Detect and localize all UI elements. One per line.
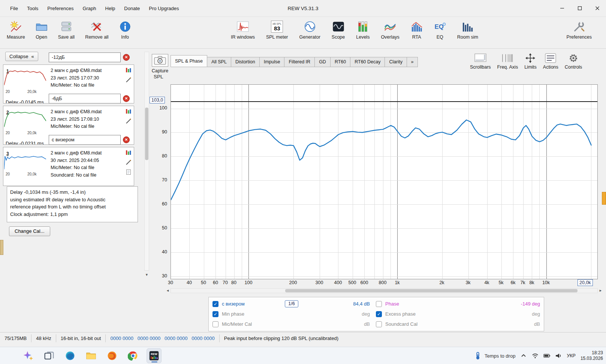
hscroll-thumb[interactable]	[285, 289, 578, 292]
tab-distortion[interactable]: Distortion	[231, 57, 260, 67]
tab-rt60-decay[interactable]: RT60 Decay	[350, 57, 385, 67]
weather-widget[interactable]: Temps to drop	[474, 352, 515, 360]
taskbar-edge-button[interactable]	[63, 348, 78, 363]
toolbar-button-ir-windows[interactable]: IR windows	[229, 20, 256, 40]
taskbar-firefox-button[interactable]	[105, 348, 120, 363]
toolbar-button-scope[interactable]: Scope	[330, 20, 346, 40]
preferences-button[interactable]: Preferences	[565, 20, 593, 40]
taskbar-chrome-button[interactable]	[126, 348, 141, 363]
legend-checkbox-soundcard-cal[interactable]	[376, 321, 382, 327]
system-tray: Temps to drop УКР 18:23 15.03.2026	[474, 347, 603, 364]
legend-value: dB	[491, 321, 540, 327]
legend-checkbox-с-визером[interactable]: ✓	[212, 301, 218, 307]
menu-donate[interactable]: Donate	[120, 3, 144, 13]
mini-levels-icon[interactable]	[126, 67, 132, 73]
svg-text:EQ: EQ	[434, 23, 443, 30]
toolbar-button-levels[interactable]: Levels	[355, 20, 371, 40]
hscroll-track[interactable]	[171, 288, 598, 293]
mini-levels-icon[interactable]	[126, 150, 132, 156]
x-tick-label: 80	[226, 280, 242, 285]
sidebar-scrollbar-thumb[interactable]	[145, 108, 148, 160]
scroll-right-icon[interactable]: ►	[598, 288, 603, 294]
measurement-name-field[interactable]: с визером	[49, 135, 121, 145]
legend-checkbox-phase[interactable]	[376, 301, 382, 307]
graph-button-freq-axis[interactable]: Freq. Axis	[496, 52, 520, 70]
delete-measurement-button[interactable]: ✕	[123, 95, 130, 102]
menu-tools[interactable]: Tools	[23, 3, 42, 13]
clock[interactable]: 18:23 15.03.2026	[581, 350, 603, 361]
spl-chart[interactable]	[171, 84, 598, 279]
menu-graph[interactable]: Graph	[78, 3, 100, 13]
toolbar-button-room-sim[interactable]: Room sim	[456, 20, 480, 40]
chrome-icon	[128, 351, 138, 361]
delay-info-line: reference played from L with no timing o…	[10, 203, 135, 211]
tab-clarity[interactable]: Clarity	[385, 57, 407, 67]
sidebar-scrollbar[interactable]	[144, 52, 149, 271]
graph-button-actions[interactable]: Actions	[542, 52, 560, 70]
info-icon	[119, 21, 131, 33]
svg-text:REW: REW	[151, 352, 157, 356]
y-tick-label: 90	[151, 129, 167, 135]
change-cal-button[interactable]: Change Cal...	[9, 226, 50, 236]
graph-button-controls[interactable]: Controls	[563, 52, 584, 70]
smoothing-box[interactable]: 1/6	[285, 300, 298, 307]
tab-overflow-button[interactable]: »	[407, 57, 418, 67]
taskbar-copilot-button[interactable]	[21, 348, 36, 363]
battery-icon[interactable]	[543, 353, 550, 359]
toolbar-button-info[interactable]: Info	[118, 20, 133, 40]
toolbar-button-generator[interactable]: Generator	[298, 20, 322, 40]
menu-pro-upgrades[interactable]: Pro Upgrades	[145, 3, 183, 13]
delete-measurement-button[interactable]: ✕	[123, 54, 130, 61]
mini-levels-icon[interactable]	[126, 108, 132, 114]
toolbar-button-eq[interactable]: EQEQ	[432, 20, 447, 40]
measurement-name-field[interactable]: -6дБ	[49, 94, 121, 103]
right-limit-box[interactable]: 20,0k	[578, 279, 593, 286]
pencil-icon[interactable]	[126, 159, 132, 165]
notes-icon[interactable]	[126, 169, 132, 175]
network-icon[interactable]	[532, 353, 539, 359]
legend-checkbox-mic-meter-cal[interactable]	[212, 321, 218, 327]
taskbar-task-view-button[interactable]	[42, 348, 57, 363]
clock-time: 18:23	[581, 350, 603, 356]
pencil-icon[interactable]	[126, 77, 132, 83]
top-limit-box[interactable]: 103,0	[150, 97, 165, 103]
taskbar-rew-button[interactable]: REW	[147, 348, 162, 363]
toolbar-button-open[interactable]: Open	[34, 20, 49, 40]
pencil-icon[interactable]	[126, 118, 132, 124]
toolbar-button-save-all[interactable]: Save all	[57, 20, 76, 40]
graph-button-limits[interactable]: Limits	[523, 52, 538, 70]
toolbar-button-remove-all[interactable]: Remove all	[84, 20, 110, 40]
capture-button[interactable]	[152, 54, 168, 67]
tab-spl-phase[interactable]: SPL & Phase	[171, 55, 207, 67]
chevron-up-icon[interactable]	[520, 353, 527, 359]
legend-checkbox-min-phase[interactable]: ✓	[212, 311, 218, 317]
language-indicator[interactable]: УКР	[567, 353, 576, 358]
tab-impulse[interactable]: Impulse	[259, 57, 285, 67]
legend-checkbox-excess-phase[interactable]: ✓	[376, 311, 382, 317]
toolbar-button-overlays[interactable]: Overlays	[379, 20, 401, 40]
menu-help[interactable]: Help	[101, 3, 120, 13]
minimize-button[interactable]	[553, 0, 571, 16]
x-tick-label: 300	[311, 280, 328, 285]
close-button[interactable]	[588, 0, 606, 16]
delete-measurement-button[interactable]: ✕	[123, 136, 130, 143]
scroll-left-icon[interactable]: ◄	[165, 288, 171, 294]
tab-filtered-ir[interactable]: Filtered IR	[284, 57, 315, 67]
taskbar-explorer-button[interactable]	[84, 348, 99, 363]
toolbar-button-rta[interactable]: RTA	[409, 20, 424, 40]
graph-button-scrollbars[interactable]: Scrollbars	[468, 52, 492, 70]
horizontal-scrollbar[interactable]: ◄ ►	[165, 288, 603, 294]
volume-icon[interactable]	[555, 353, 562, 359]
menu-file[interactable]: File	[6, 3, 22, 13]
measurement-name-field[interactable]: -12дБ	[49, 52, 121, 62]
tab-gd[interactable]: GD	[314, 57, 331, 67]
toolbar-button-spl-meter[interactable]: dB SPL83SPL meter	[265, 20, 290, 40]
toolbar-button-measure[interactable]: Measure	[5, 20, 27, 40]
tab-all-spl[interactable]: All SPL	[207, 57, 231, 67]
measurement-card[interactable]: с визером✕32020,0k2 магн с диф ЄМ8.mdat3…	[0, 135, 139, 187]
tab-rt60[interactable]: RT60	[330, 57, 350, 67]
menu-preferences[interactable]: Preferences	[43, 3, 78, 13]
maximize-button[interactable]	[571, 0, 588, 16]
scroll-down-icon[interactable]: ▼	[144, 272, 149, 277]
measurement-thumbnail	[4, 67, 46, 91]
